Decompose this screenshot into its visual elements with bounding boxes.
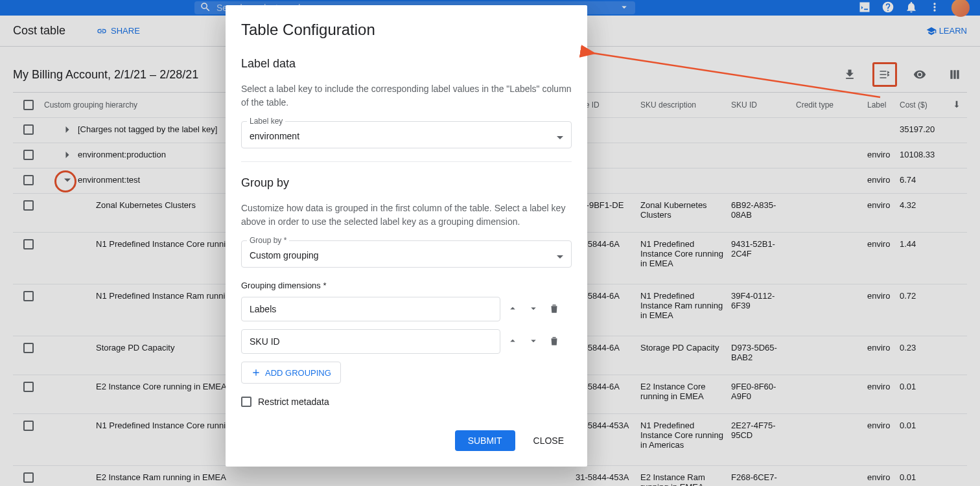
move-down-icon[interactable] bbox=[528, 335, 539, 349]
modal-actions: SUBMIT CLOSE bbox=[241, 430, 572, 451]
groupby-select[interactable]: Group by * Custom grouping bbox=[241, 240, 572, 268]
restrict-metadata-row[interactable]: Restrict metadata bbox=[241, 397, 572, 407]
dimension-value: SKU ID bbox=[250, 336, 280, 347]
dimensions-label: Grouping dimensions * bbox=[241, 281, 572, 290]
chevron-down-icon bbox=[557, 132, 563, 141]
labelkey-value: environment bbox=[250, 131, 557, 141]
delete-icon[interactable] bbox=[548, 335, 560, 349]
submit-button[interactable]: SUBMIT bbox=[455, 430, 515, 451]
close-button[interactable]: CLOSE bbox=[526, 430, 572, 451]
groupby-label: Group by * bbox=[247, 236, 289, 245]
delete-icon[interactable] bbox=[548, 303, 560, 316]
labeldata-desc: Select a label key to include the corres… bbox=[241, 82, 572, 110]
dimension-select-1[interactable]: Labels bbox=[241, 297, 500, 321]
groupby-value: Custom grouping bbox=[250, 250, 557, 260]
labelkey-select[interactable]: Label key environment bbox=[241, 121, 572, 148]
dimension-value: Labels bbox=[250, 304, 276, 314]
move-down-icon[interactable] bbox=[528, 303, 539, 316]
add-grouping-label: ADD GROUPING bbox=[265, 368, 331, 378]
add-grouping-button[interactable]: ADD GROUPING bbox=[241, 362, 341, 384]
dimension-row-2: SKU ID bbox=[241, 329, 572, 354]
divider bbox=[241, 161, 572, 162]
groupby-heading: Group by bbox=[241, 176, 572, 190]
move-up-icon[interactable] bbox=[507, 335, 519, 349]
labeldata-heading: Label data bbox=[241, 57, 572, 71]
dimension-select-2[interactable]: SKU ID bbox=[241, 329, 500, 354]
chevron-down-icon bbox=[557, 251, 563, 260]
restrict-label: Restrict metadata bbox=[258, 397, 329, 407]
labelkey-label: Label key bbox=[247, 117, 285, 126]
restrict-checkbox[interactable] bbox=[241, 397, 251, 407]
move-up-icon[interactable] bbox=[507, 303, 519, 316]
groupby-desc: Customize how data is grouped in the fir… bbox=[241, 202, 572, 229]
modal-title: Table Configuration bbox=[241, 21, 572, 39]
dimension-row-1: Labels bbox=[241, 297, 572, 321]
table-config-modal: Table Configuration Label data Select a … bbox=[226, 5, 587, 467]
